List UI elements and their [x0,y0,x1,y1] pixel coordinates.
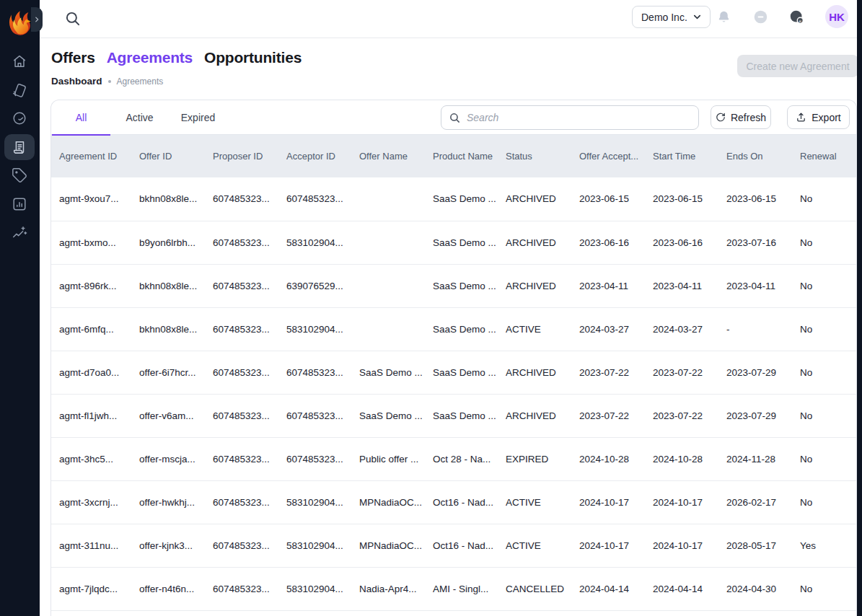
search-icon [449,112,461,124]
sidebar-item-insights[interactable] [4,220,35,246]
refresh-button[interactable]: Refresh [711,105,771,129]
table-row[interactable]: agmt-fl1jwh...offer-v6am...607485323...6… [51,394,857,437]
table-cell: AMI - Singl... [425,567,498,610]
sidebar-item-agreements[interactable] [4,134,35,160]
table-row[interactable]: agmt-3xcrnj...offer-hwkhj...607485323...… [51,480,857,524]
avatar[interactable]: HK [825,5,848,28]
table-row[interactable]: agmt-d7oa0...offer-6i7hcr...607485323...… [51,351,857,394]
table-cell: agmt-fl1jwh... [51,394,131,437]
table-cell: agmt-6mfq... [51,307,131,351]
agreements-table: Agreement IDOffer IDProposer IDAcceptor … [51,135,857,611]
breadcrumb-dashboard[interactable]: Dashboard [51,76,102,87]
table-row[interactable]: agmt-896rk...bkhn08x8le...607485323...63… [51,264,857,307]
table-cell: 2024-10-28 [571,437,645,480]
table-row[interactable]: agmt-7jlqdc...offer-n4t6n...607485323...… [51,567,857,610]
table-row[interactable]: agmt-9xou7...bkhn08x8le...607485323...60… [51,177,857,221]
right-edge-scrollbar[interactable] [857,0,862,616]
export-button[interactable]: Export [787,105,850,129]
table-row[interactable]: agmt-311nu...offer-kjnk3...607485323...5… [51,524,857,567]
table-cell: ARCHIVED [498,221,571,264]
table-cell: 2024-04-14 [645,567,718,610]
sidebar-item-payments[interactable] [4,77,35,103]
table-cell: 607485323... [205,351,278,394]
table-cell: 2023-07-16 [718,221,792,264]
table-cell: 583102904... [278,480,351,524]
sidebar-item-home[interactable] [4,48,35,74]
table-cell: No [792,480,857,524]
table-cell: agmt-9xou7... [51,177,131,221]
top-header: Demo Inc. e HK [40,0,857,38]
table-row[interactable]: agmt-bxmo...b9yon6lrbh...607485323...583… [51,221,857,264]
trend-sparkle-icon [12,225,27,241]
table-cell: ARCHIVED [498,177,571,221]
table-cell: 2024-04-30 [718,567,792,610]
table-cell: 607485323... [278,177,351,221]
table-cell: bkhn08x8le... [131,177,205,221]
table-cell: 2023-06-16 [571,221,645,264]
table-cell: agmt-bxmo... [51,221,131,264]
table-cell: offer-n4t6n... [131,567,205,610]
chevron-down-icon [692,12,703,22]
section-nav: Offers Agreements Opportunities [51,49,302,66]
table-cell: b9yon6lrbh... [131,221,205,264]
table-cell [351,221,425,264]
table-cell: 2024-10-28 [645,437,718,480]
nav-tab-agreements[interactable]: Agreements [107,49,193,66]
filter-tab-active[interactable]: Active [110,100,169,135]
table-cell: Oct16 - Nad... [425,480,498,524]
column-header: Proposer ID [205,135,278,177]
company-selector[interactable]: Demo Inc. [632,6,711,28]
table-cell: 2023-06-15 [718,177,792,221]
nav-tab-opportunities[interactable]: Opportunities [204,49,302,66]
search-input[interactable] [461,106,698,129]
bell-icon[interactable] [716,9,731,25]
table-cell: 2024-10-17 [571,480,645,524]
table-cell: Nadia-Apr4... [351,567,425,610]
sidebar-item-pricing[interactable] [4,162,35,188]
phoenix-logo[interactable] [4,4,33,35]
table-cell: 607485323... [205,480,278,524]
table-cell: SaaS Demo ... [425,394,498,437]
sidebar-item-reports[interactable] [4,191,35,217]
table-cell: offer-kjnk3... [131,524,205,567]
table-cell: agmt-311nu... [51,524,131,567]
sidebar-expand-button[interactable] [31,7,43,32]
table-row[interactable]: agmt-6mfq...bkhn08x8le...607485323...583… [51,307,857,351]
chat-icon[interactable] [753,9,768,25]
table-cell: No [792,351,857,394]
table-cell: SaaS Demo ... [351,351,425,394]
table-cell: 2023-07-22 [645,351,718,394]
table-cell: No [792,394,857,437]
create-agreement-button[interactable]: Create new Agreement [737,55,858,77]
bar-chart-icon [12,196,27,212]
table-cell: ARCHIVED [498,394,571,437]
column-header: Offer Name [351,135,425,177]
filter-tab-all[interactable]: All [52,100,110,135]
table-cell: 607485323... [205,437,278,480]
table-cell: agmt-3hc5... [51,437,131,480]
table-cell: Public offer ... [351,437,425,480]
account-icon[interactable]: e [789,9,804,25]
table-cell: SaaS Demo ... [425,264,498,307]
table-cell: 2023-06-15 [571,177,645,221]
table-cell: Oct16 - Nad... [425,524,498,567]
table-cell: 2023-04-11 [571,264,645,307]
column-header: Offer Accept... [571,135,645,177]
table-row[interactable]: agmt-3hc5...offer-mscja...607485323...60… [51,437,857,480]
search-icon[interactable] [63,9,82,28]
column-header: Acceptor ID [278,135,351,177]
table-cell: MPNadiaOC... [351,480,425,524]
nav-tab-offers[interactable]: Offers [51,49,95,66]
table-cell: agmt-3xcrnj... [51,480,131,524]
sidebar-item-usage[interactable] [4,105,35,131]
table-cell: 2023-07-22 [571,351,645,394]
table-cell: ARCHIVED [498,351,571,394]
column-header: Ends On [718,135,792,177]
table-header: Agreement IDOffer IDProposer IDAcceptor … [51,135,857,177]
table-cell: 607485323... [205,221,278,264]
filter-tab-expired[interactable]: Expired [169,100,227,135]
table-cell [351,307,425,351]
export-label: Export [812,112,840,123]
table-search [441,105,699,130]
table-cell: agmt-896rk... [51,264,131,307]
